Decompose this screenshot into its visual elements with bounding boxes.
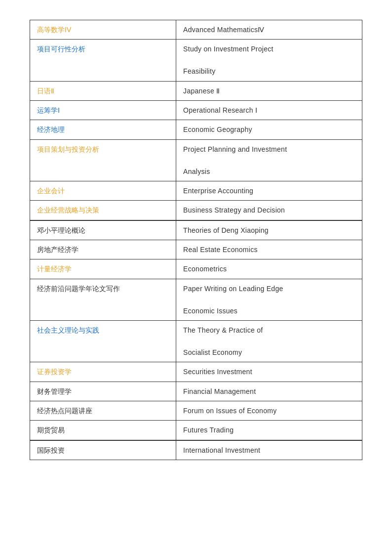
table-row: 项目可行性分析Study on Investment ProjectFeasib…: [30, 40, 362, 81]
table-row: 国际投资International Investment: [30, 440, 362, 460]
chinese-course-name: 项目可行性分析: [30, 40, 176, 81]
chinese-course-name: 国际投资: [30, 440, 176, 460]
chinese-course-name: 日语Ⅱ: [30, 81, 176, 100]
table-row: 经济前沿问题学年论文写作Paper Writing on Leading Edg…: [30, 279, 362, 320]
table-row: 期货贸易Futures Trading: [30, 421, 362, 440]
table-row: 财务管理学 Financial Management: [30, 382, 362, 401]
english-course-name: Economic Geography: [176, 120, 362, 139]
chinese-course-name: 经济热点问题讲座: [30, 401, 176, 420]
table-row: 房地产经济学Real Estate Economics: [30, 240, 362, 259]
chinese-course-name: 期货贸易: [30, 421, 176, 440]
chinese-course-name: 运筹学Ⅰ: [30, 100, 176, 120]
course-table-container: 高等数学IVAdvanced MathematicsⅣ项目可行性分析Study …: [30, 20, 362, 460]
english-course-name: Paper Writing on Leading EdgeEconomic Is…: [176, 279, 362, 320]
english-course-name: Real Estate Economics: [176, 240, 362, 259]
table-row: 经济地理Economic Geography: [30, 120, 362, 139]
chinese-course-name: 邓小平理论概论: [30, 220, 176, 240]
table-row: 社会主义理论与实践The Theory & Practice ofSociali…: [30, 321, 362, 362]
chinese-course-name: 财务管理学: [30, 382, 176, 401]
english-course-name: Operational Research Ⅰ: [176, 100, 362, 120]
table-row: 经济热点问题讲座Forum on Issues of Economy: [30, 401, 362, 420]
table-row: 企业经营战略与决策Business Strategy and Decision: [30, 201, 362, 220]
english-course-name: Advanced MathematicsⅣ: [176, 20, 362, 40]
english-course-name: Futures Trading: [176, 421, 362, 440]
english-course-name: Econometrics: [176, 259, 362, 279]
chinese-course-name: 经济前沿问题学年论文写作: [30, 279, 176, 320]
english-course-name: Project Planning and InvestmentAnalysis: [176, 139, 362, 181]
table-row: 高等数学IVAdvanced MathematicsⅣ: [30, 20, 362, 40]
english-course-name: Financial Management: [176, 382, 362, 401]
chinese-course-name: 社会主义理论与实践: [30, 321, 176, 362]
english-course-name: International Investment: [176, 440, 362, 460]
english-course-name: Theories of Deng Xiaoping: [176, 220, 362, 240]
chinese-course-name: 企业会计: [30, 181, 176, 200]
table-row: 邓小平理论概论Theories of Deng Xiaoping: [30, 220, 362, 240]
english-course-name: Business Strategy and Decision: [176, 201, 362, 220]
table-row: 证券投资学Securities Investment: [30, 362, 362, 382]
english-course-name: Japanese Ⅱ: [176, 81, 362, 100]
chinese-course-name: 高等数学IV: [30, 20, 176, 40]
table-row: 日语ⅡJapanese Ⅱ: [30, 81, 362, 100]
english-course-name: The Theory & Practice ofSocialist Econom…: [176, 321, 362, 362]
table-row: 企业会计Enterprise Accounting: [30, 181, 362, 200]
chinese-course-name: 房地产经济学: [30, 240, 176, 259]
english-course-name: Forum on Issues of Economy: [176, 401, 362, 420]
english-course-name: Securities Investment: [176, 362, 362, 382]
chinese-course-name: 计量经济学: [30, 259, 176, 279]
table-row: 运筹学ⅠOperational Research Ⅰ: [30, 100, 362, 120]
chinese-course-name: 证券投资学: [30, 362, 176, 382]
english-course-name: Study on Investment ProjectFeasibility: [176, 40, 362, 81]
table-row: 项目策划与投资分析Project Planning and Investment…: [30, 139, 362, 181]
chinese-course-name: 项目策划与投资分析: [30, 139, 176, 181]
chinese-course-name: 经济地理: [30, 120, 176, 139]
chinese-course-name: 企业经营战略与决策: [30, 201, 176, 220]
table-row: 计量经济学Econometrics: [30, 259, 362, 279]
english-course-name: Enterprise Accounting: [176, 181, 362, 200]
course-table: 高等数学IVAdvanced MathematicsⅣ项目可行性分析Study …: [30, 20, 362, 460]
